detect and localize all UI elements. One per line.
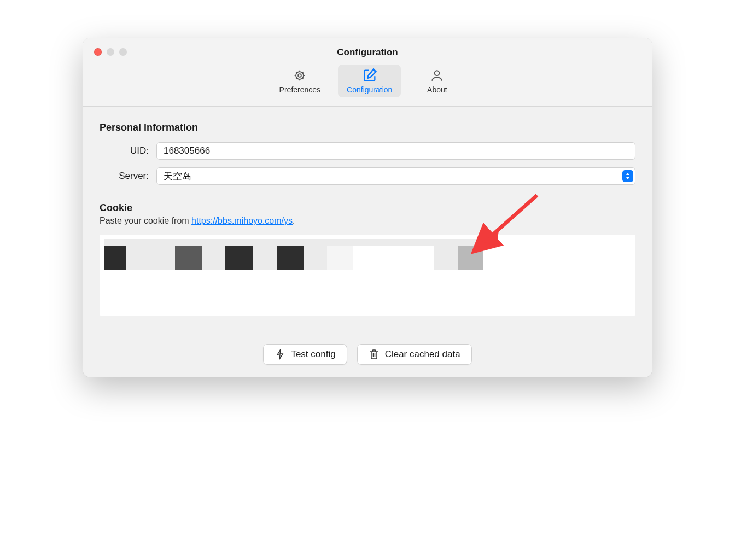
test-config-button[interactable]: Test config — [263, 344, 347, 365]
trash-icon — [369, 349, 380, 360]
server-label: Server: — [100, 171, 149, 182]
window-title: Configuration — [83, 38, 652, 65]
cookie-section: Cookie Paste your cookie from https://bb… — [100, 202, 635, 316]
button-label: Clear cached data — [385, 349, 460, 360]
svg-point-0 — [296, 72, 304, 79]
uid-input[interactable] — [156, 142, 635, 160]
content-area: Personal information UID: Server: 天空岛 Co… — [83, 107, 652, 329]
cookie-heading: Cookie — [100, 202, 635, 214]
tab-configuration[interactable]: Configuration — [338, 65, 401, 97]
person-icon — [429, 68, 445, 83]
uid-label: UID: — [100, 145, 149, 156]
server-select-wrapper: 天空岛 — [156, 167, 635, 185]
tab-label: Preferences — [279, 85, 320, 94]
configuration-window: Configuration — [83, 38, 652, 377]
clear-cached-data-button[interactable]: Clear cached data — [357, 344, 472, 365]
minimize-window-button[interactable] — [107, 48, 114, 56]
server-row: Server: 天空岛 — [100, 167, 635, 185]
svg-point-1 — [298, 74, 301, 77]
redacted-content — [104, 239, 631, 270]
traffic-lights — [94, 48, 127, 56]
button-label: Test config — [291, 349, 335, 360]
tab-label: About — [427, 85, 447, 94]
cookie-description: Paste your cookie from https://bbs.mihoy… — [100, 216, 635, 226]
server-select[interactable]: 天空岛 — [156, 167, 635, 185]
svg-point-10 — [435, 71, 440, 75]
maximize-window-button[interactable] — [119, 48, 127, 56]
bolt-icon — [275, 349, 285, 360]
svg-line-8 — [296, 78, 298, 79]
cookie-source-link[interactable]: https://bbs.mihoyo.com/ys — [191, 216, 293, 225]
tab-preferences[interactable]: Preferences — [271, 65, 329, 97]
svg-line-6 — [296, 72, 298, 73]
uid-row: UID: — [100, 142, 635, 160]
cookie-desc-suffix: . — [293, 216, 295, 225]
svg-line-7 — [302, 78, 304, 79]
tabs: Preferences Configuration — [83, 65, 652, 102]
personal-info-heading: Personal information — [100, 122, 635, 133]
cookie-desc-prefix: Paste your cookie from — [100, 216, 191, 225]
titlebar: Configuration — [83, 38, 652, 107]
gear-icon — [292, 68, 307, 83]
cookie-textarea[interactable] — [100, 235, 635, 316]
tab-label: Configuration — [347, 85, 392, 94]
tab-about[interactable]: About — [410, 65, 464, 97]
close-window-button[interactable] — [94, 48, 102, 56]
button-row: Test config Clear cached data — [83, 329, 652, 377]
svg-line-9 — [302, 72, 304, 73]
edit-square-icon — [362, 68, 377, 83]
